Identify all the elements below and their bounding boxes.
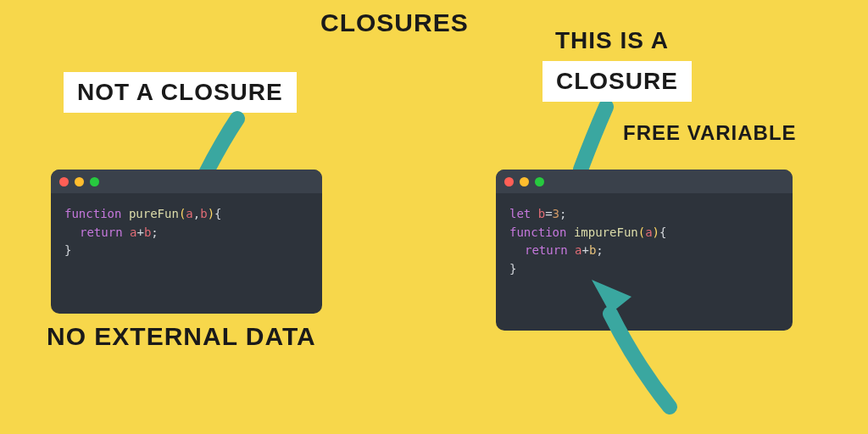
tok-paren: ( <box>638 225 645 239</box>
tok-kw: return <box>80 225 123 239</box>
tok-kw: return <box>525 243 568 257</box>
window-dot-green <box>90 177 99 186</box>
window-dot-red <box>504 177 514 186</box>
tok-semi: ; <box>559 207 566 220</box>
code-line: function pureFun(a,b){ <box>64 205 309 224</box>
tok-plus: + <box>136 225 143 239</box>
tok-comma: , <box>193 207 200 220</box>
window-dot-yellow <box>75 177 84 186</box>
svg-marker-2 <box>592 280 632 314</box>
label-not-a-closure: NOT A CLOSURE <box>64 72 297 113</box>
tok-var: a <box>186 207 192 220</box>
tok-brace: { <box>214 207 221 220</box>
tok-plus: + <box>581 243 588 257</box>
window-dot-red <box>59 177 69 186</box>
code-line: function impureFun(a){ <box>509 224 779 242</box>
tok-kw: function <box>509 225 566 239</box>
window-dot-yellow <box>520 177 529 186</box>
code-titlebar-left <box>51 170 322 193</box>
tok-fn: pureFun <box>129 207 179 220</box>
tok-semi: ; <box>151 225 158 239</box>
code-line: let b=3; <box>509 205 779 224</box>
tok-num: 3 <box>553 207 559 220</box>
arrow-free-var-pointer <box>576 271 687 424</box>
tok-eq: = <box>545 207 552 220</box>
tok-var: b <box>200 207 207 220</box>
tok-brace: } <box>64 243 71 257</box>
code-titlebar-right <box>496 170 793 193</box>
caption-no-external-data: NO EXTERNAL DATA <box>47 322 316 351</box>
tok-kw: function <box>64 207 121 220</box>
code-line: } <box>64 242 309 260</box>
code-line: return a+b; <box>64 224 309 242</box>
tok-var: a <box>645 225 652 239</box>
tok-fn: impureFun <box>574 225 638 239</box>
tok-paren: ) <box>653 225 659 239</box>
tok-paren: ) <box>208 207 214 220</box>
tok-kw: let <box>509 207 531 220</box>
tok-var: b <box>538 207 545 220</box>
caption-free-variable: FREE VARIABLE <box>623 121 797 145</box>
label-this-is-a: THIS IS A <box>555 27 669 54</box>
label-closure: CLOSURE <box>542 61 692 102</box>
code-line: return a+b; <box>509 242 779 260</box>
tok-brace: } <box>509 262 516 275</box>
page-title: CLOSURES <box>320 8 469 37</box>
window-dot-green <box>535 177 544 186</box>
code-window-left: function pureFun(a,b){ return a+b; } <box>51 170 322 314</box>
tok-semi: ; <box>596 243 603 257</box>
code-body-left: function pureFun(a,b){ return a+b; } <box>51 193 322 274</box>
tok-brace: { <box>659 225 666 239</box>
